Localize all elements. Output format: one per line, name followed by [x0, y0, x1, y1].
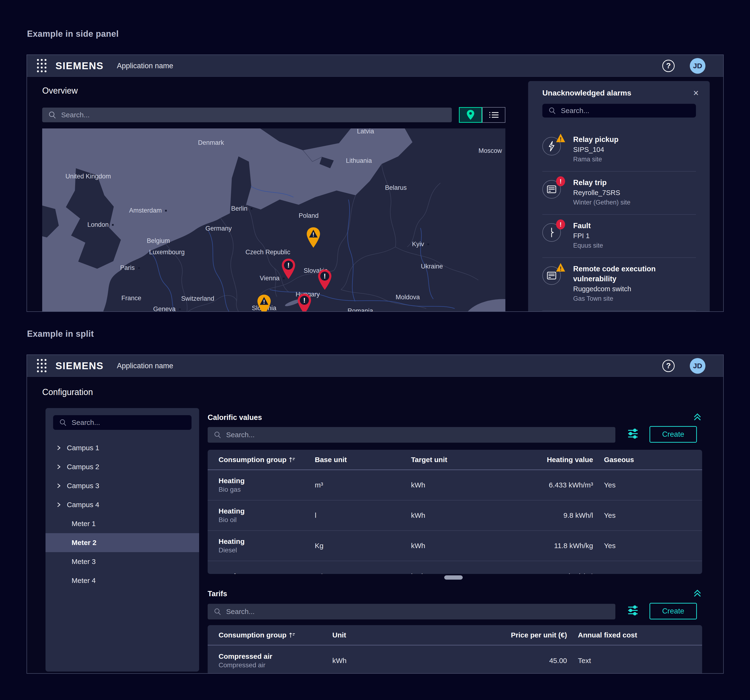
column-header[interactable]: Consumption group [218, 631, 332, 639]
close-icon[interactable]: × [691, 88, 701, 98]
sort-ascending-icon[interactable] [289, 456, 296, 463]
alarms-panel-title: Unacknowledged alarms [543, 89, 631, 97]
table-row[interactable]: Compressed airCompressed air kWh 45.00 T… [207, 645, 702, 674]
alarm-device: Ruggedcom switch [573, 284, 696, 294]
avatar[interactable]: JD [690, 58, 705, 74]
column-header[interactable]: Price per unit (€) [446, 631, 567, 639]
alarm-item[interactable]: ! Relay pickup SIPS_104 Rama site [543, 129, 696, 172]
map-label-germany: Germany [205, 225, 232, 232]
alarm-item[interactable]: ! Fault FPI 1 Equus site [543, 215, 696, 258]
alarms-search-input[interactable]: Search... [543, 104, 696, 118]
map-label-lithuania: Lithuania [346, 157, 372, 164]
app-launcher-icon[interactable] [37, 359, 47, 373]
map-alarm-pin-critical[interactable]: ! [317, 269, 333, 291]
map-alarm-pin-critical[interactable]: ! [296, 293, 312, 312]
map-label-london: London [87, 221, 114, 229]
sidebar-item-meter-1[interactable]: Meter 1 [46, 514, 199, 533]
filter-icon[interactable] [626, 604, 641, 619]
sidebar-item-campus-4[interactable]: Campus 4 [46, 495, 199, 514]
map-view-button[interactable] [459, 107, 482, 123]
alarm-item[interactable]: ! Relay trip Reyrolle_7SRS Winter (Gethe… [543, 172, 696, 215]
map-label-geneva: Geneva [153, 305, 181, 312]
cell-gaseous: Yes [593, 511, 702, 519]
cell-annual-fixed-cost: Text [567, 657, 702, 665]
svg-text:!: ! [303, 296, 306, 304]
map-label-belarus: Belarus [385, 184, 407, 192]
chevron-right-icon [57, 445, 61, 450]
chevron-right-icon [57, 464, 61, 469]
sidebar-item-meter-4[interactable]: Meter 4 [46, 571, 199, 590]
horizontal-scrollbar[interactable] [444, 576, 463, 580]
alarm-device: SIPS_104 [573, 144, 618, 155]
sidebar-item-meter-3[interactable]: Meter 3 [46, 552, 199, 571]
search-icon [59, 419, 67, 426]
table-row[interactable]: HeatingBio oil l kWh 9.8 kWh/l Yes [207, 500, 702, 531]
collapse-section-icon[interactable] [692, 411, 705, 425]
cell-consumption-group: Compressed airCompressed air [218, 652, 332, 669]
create-button[interactable]: Create [650, 603, 697, 619]
map-alarm-pin-warning[interactable]: ! [256, 294, 272, 312]
cell-base-unit: m³ [315, 572, 411, 574]
column-header[interactable]: Base unit [315, 456, 411, 464]
app-header: SIEMENS Application name ? JD [27, 355, 723, 377]
siemens-logo: SIEMENS [55, 360, 104, 371]
siemens-logo: SIEMENS [55, 60, 104, 72]
sidebar-item-campus-2[interactable]: Campus 2 [46, 457, 199, 476]
europe-map[interactable]: LatviaDenmarkMoscowLithuaniaUnited Kingd… [42, 129, 506, 312]
page-title: Configuration [42, 387, 93, 397]
avatar[interactable]: JD [690, 358, 705, 374]
column-header[interactable]: Unit [332, 631, 446, 639]
sort-ascending-icon[interactable] [289, 632, 296, 639]
cell-price-per-unit: 45.00 [446, 657, 567, 665]
list-view-button[interactable] [482, 107, 506, 123]
overview-search-input[interactable]: Search... [42, 107, 452, 122]
calorific-values-table: Consumption group Base unit Target unit … [207, 450, 702, 574]
table-row[interactable]: HeatingBio gas m³ kWh 6.433 kWh/m³ Yes [207, 470, 702, 500]
page-title: Overview [42, 86, 78, 96]
cell-gaseous: No [593, 572, 702, 574]
column-header[interactable]: Gaseous [593, 456, 702, 464]
map-alarm-pin-critical[interactable]: ! [280, 258, 297, 280]
app-name: Application name [117, 362, 173, 370]
sidebar-item-label: Campus 3 [67, 482, 99, 490]
sidebar-item-campus-3[interactable]: Campus 3 [46, 476, 199, 495]
chevron-right-icon [57, 502, 61, 507]
tarifs-search-input[interactable]: Search... [207, 604, 615, 619]
column-header[interactable]: Consumption group [218, 456, 315, 464]
help-icon[interactable]: ? [662, 360, 675, 372]
cell-heating-value: 11.8 kWh/kg [507, 542, 593, 550]
map-alarm-pin-warning[interactable]: ! [305, 227, 321, 249]
map-label-moldova: Moldova [396, 293, 420, 301]
app-launcher-icon[interactable] [37, 59, 47, 73]
filter-icon[interactable] [626, 427, 641, 442]
sidebar-search-input[interactable]: Search... [53, 415, 192, 430]
map-label-moscow: Moscow [478, 147, 502, 155]
table-row[interactable]: Heating m³ kWh 6.433 kWh/m³ No [207, 561, 702, 574]
sidebar-item-campus-1[interactable]: Campus 1 [46, 438, 199, 457]
map-label-czech-republic: Czech Republic [245, 249, 290, 256]
collapse-section-icon[interactable] [692, 588, 705, 601]
section-title-tarifs: Tarifs [207, 589, 227, 598]
sidebar-item-label: Meter 2 [72, 539, 97, 546]
help-icon[interactable]: ? [662, 60, 675, 72]
alarm-item[interactable]: ! Door open FPI 1 [543, 311, 696, 312]
column-header[interactable]: Target unit [411, 456, 507, 464]
example1-label: Example in side panel [27, 29, 119, 39]
cell-unit: kWh [332, 657, 446, 665]
create-button[interactable]: Create [650, 426, 697, 443]
cell-heating-value: 6.433 kWh/m³ [507, 481, 593, 489]
table-row[interactable]: HeatingDiesel Kg kWh 11.8 kWh/kg Yes [207, 531, 702, 561]
cell-heating-value: 6.433 kWh/m³ [507, 572, 593, 574]
cell-target-unit: kWh [411, 542, 507, 550]
alarm-item[interactable]: ! Remote code execution vulnerability Ru… [543, 258, 696, 311]
column-header[interactable]: Heating value [507, 456, 593, 464]
cell-base-unit: l [315, 511, 411, 519]
search-icon [214, 431, 221, 439]
sidebar-item-label: Meter 4 [72, 577, 96, 585]
calorific-values-search-input[interactable]: Search... [207, 427, 615, 443]
column-header[interactable]: Annual fixed cost [567, 631, 702, 639]
sidebar-item-meter-2[interactable]: Meter 2 [46, 533, 199, 552]
relay-device-icon [547, 184, 556, 194]
alarm-device: Reyrolle_7SRS [573, 188, 630, 198]
alarm-site: Rama site [573, 155, 618, 164]
